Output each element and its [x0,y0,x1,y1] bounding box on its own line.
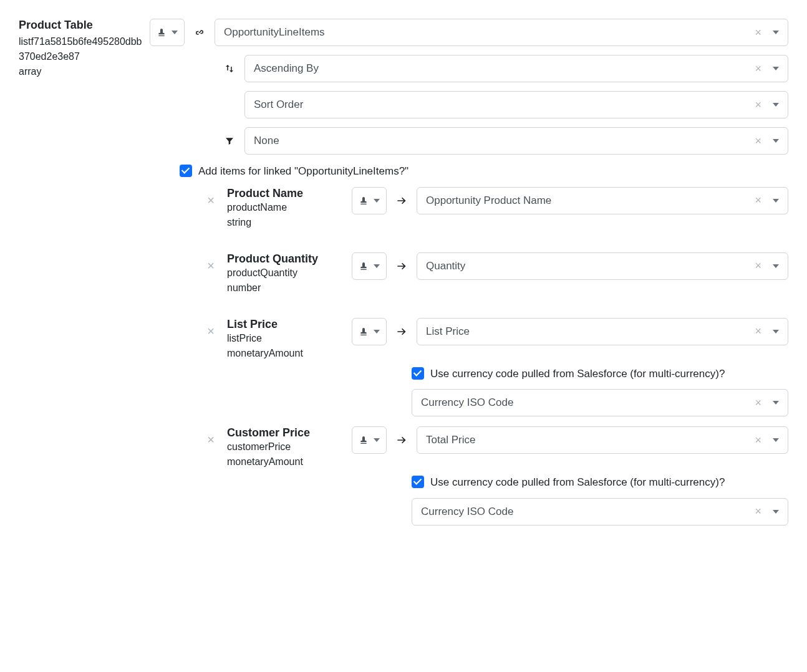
clear-icon[interactable]: × [755,505,761,518]
chevron-down-icon [773,31,779,34]
clear-icon[interactable]: × [755,62,761,75]
stamp-icon [359,261,369,271]
field-key: productQuantity [227,266,347,281]
clear-icon[interactable]: × [755,194,761,207]
chevron-down-icon [374,330,380,334]
use-currency-label: Use currency code pulled from Salesforce… [430,366,725,382]
clear-icon[interactable]: × [755,396,761,410]
field-datatype: monetaryAmount [227,454,347,469]
currency-code-select[interactable]: Currency ISO Code× [412,498,788,526]
arrow-right-icon [395,325,408,338]
arrow-right-icon [395,260,408,272]
chevron-down-icon [773,139,779,143]
remove-field-button[interactable]: × [200,426,222,447]
sort-direction-select[interactable]: Ascending By × [244,55,788,82]
clear-icon[interactable]: × [755,325,761,338]
field-type: array [19,64,143,79]
arrow-right-icon [395,434,408,446]
use-currency-label: Use currency code pulled from Salesforce… [430,474,725,491]
chevron-down-icon [773,401,779,405]
chevron-down-icon [374,199,380,203]
field-key: listPrice [227,331,347,346]
target-field-select[interactable]: List Price× [417,318,788,345]
source-type-button[interactable] [352,318,387,345]
filter-select[interactable]: None × [244,127,788,155]
field-title: List Price [227,318,347,331]
field-header: Product Table listf71a5815b6fe495280dbb3… [19,19,150,79]
stamp-icon [359,327,369,337]
chevron-down-icon [773,264,779,268]
field-title: Product Name [227,187,347,200]
add-items-checkbox[interactable] [180,165,192,177]
field-id: listf71a5815b6fe495280dbb370ed2e3e87 [19,34,143,64]
field-mapping-row: ×Product NameproductNamestringOpportunit… [200,187,788,230]
chevron-down-icon [773,199,779,203]
main-object-select[interactable]: OpportunityLineItems × [215,19,788,46]
currency-code-select[interactable]: Currency ISO Code× [412,389,788,416]
chevron-down-icon [172,31,178,34]
sort-icon [218,55,241,82]
clear-icon[interactable]: × [755,135,761,148]
source-type-button[interactable] [352,426,387,454]
field-mapping-row: ×List PricelistPricemonetaryAmountList P… [200,318,788,361]
field-datatype: monetaryAmount [227,346,347,361]
arrow-right-icon [395,194,408,207]
clear-icon[interactable]: × [755,434,761,447]
clear-icon[interactable]: × [755,259,761,272]
field-title: Product Table [19,19,143,32]
link-icon [188,19,211,46]
add-items-label: Add items for linked "OpportunityLineIte… [198,163,408,180]
field-mapping-row: ×Product QuantityproductQuantitynumberQu… [200,252,788,295]
target-field-select[interactable]: Opportunity Product Name× [417,187,788,214]
remove-field-button[interactable]: × [200,252,222,273]
chevron-down-icon [773,67,779,70]
chevron-down-icon [374,438,380,442]
field-mapping-row: ×Customer PricecustomerPricemonetaryAmou… [200,426,788,469]
source-type-button[interactable] [352,187,387,214]
stamp-icon [359,435,369,445]
clear-icon[interactable]: × [755,26,761,39]
remove-field-button[interactable]: × [200,318,222,338]
field-title: Product Quantity [227,252,347,266]
clear-icon[interactable]: × [755,98,761,112]
field-title: Customer Price [227,426,347,439]
stamp-icon [157,27,167,37]
chevron-down-icon [773,438,779,442]
stamp-icon [359,196,369,206]
target-field-select[interactable]: Quantity× [417,252,788,280]
source-type-button[interactable] [352,252,387,280]
sort-field-select[interactable]: Sort Order × [244,91,788,118]
field-datatype: number [227,281,347,295]
field-key: productName [227,200,347,215]
chevron-down-icon [773,330,779,334]
remove-field-button[interactable]: × [200,187,222,208]
source-type-button[interactable] [150,19,185,46]
use-currency-checkbox[interactable] [412,367,424,380]
field-key: customerPrice [227,439,347,454]
chevron-down-icon [773,103,779,107]
chevron-down-icon [773,510,779,514]
target-field-select[interactable]: Total Price× [417,426,788,454]
filter-icon [218,127,241,155]
chevron-down-icon [374,264,380,268]
field-datatype: string [227,215,347,230]
use-currency-checkbox[interactable] [412,476,424,488]
